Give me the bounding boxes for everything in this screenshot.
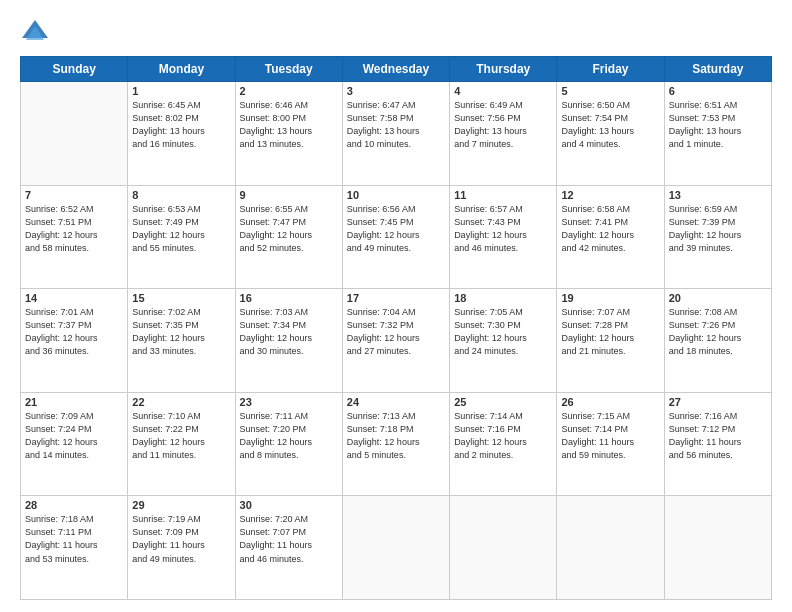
- day-number: 3: [347, 85, 445, 97]
- calendar-cell: 9Sunrise: 6:55 AM Sunset: 7:47 PM Daylig…: [235, 185, 342, 289]
- calendar-week-5: 28Sunrise: 7:18 AM Sunset: 7:11 PM Dayli…: [21, 496, 772, 600]
- day-info: Sunrise: 6:46 AM Sunset: 8:00 PM Dayligh…: [240, 99, 338, 151]
- calendar-cell: 11Sunrise: 6:57 AM Sunset: 7:43 PM Dayli…: [450, 185, 557, 289]
- calendar-cell: [450, 496, 557, 600]
- day-info: Sunrise: 7:19 AM Sunset: 7:09 PM Dayligh…: [132, 513, 230, 565]
- day-number: 24: [347, 396, 445, 408]
- day-info: Sunrise: 7:01 AM Sunset: 7:37 PM Dayligh…: [25, 306, 123, 358]
- day-number: 29: [132, 499, 230, 511]
- day-info: Sunrise: 6:58 AM Sunset: 7:41 PM Dayligh…: [561, 203, 659, 255]
- weekday-monday: Monday: [128, 57, 235, 82]
- day-info: Sunrise: 6:45 AM Sunset: 8:02 PM Dayligh…: [132, 99, 230, 151]
- calendar-cell: 10Sunrise: 6:56 AM Sunset: 7:45 PM Dayli…: [342, 185, 449, 289]
- day-info: Sunrise: 7:15 AM Sunset: 7:14 PM Dayligh…: [561, 410, 659, 462]
- day-number: 23: [240, 396, 338, 408]
- weekday-saturday: Saturday: [664, 57, 771, 82]
- day-info: Sunrise: 6:55 AM Sunset: 7:47 PM Dayligh…: [240, 203, 338, 255]
- calendar-cell: 27Sunrise: 7:16 AM Sunset: 7:12 PM Dayli…: [664, 392, 771, 496]
- day-info: Sunrise: 7:18 AM Sunset: 7:11 PM Dayligh…: [25, 513, 123, 565]
- calendar-cell: 7Sunrise: 6:52 AM Sunset: 7:51 PM Daylig…: [21, 185, 128, 289]
- day-number: 5: [561, 85, 659, 97]
- weekday-friday: Friday: [557, 57, 664, 82]
- calendar-cell: [342, 496, 449, 600]
- day-info: Sunrise: 6:49 AM Sunset: 7:56 PM Dayligh…: [454, 99, 552, 151]
- calendar-cell: 20Sunrise: 7:08 AM Sunset: 7:26 PM Dayli…: [664, 289, 771, 393]
- day-info: Sunrise: 7:04 AM Sunset: 7:32 PM Dayligh…: [347, 306, 445, 358]
- day-number: 20: [669, 292, 767, 304]
- day-number: 17: [347, 292, 445, 304]
- calendar-table: SundayMondayTuesdayWednesdayThursdayFrid…: [20, 56, 772, 600]
- day-number: 14: [25, 292, 123, 304]
- calendar-week-2: 7Sunrise: 6:52 AM Sunset: 7:51 PM Daylig…: [21, 185, 772, 289]
- calendar-cell: 4Sunrise: 6:49 AM Sunset: 7:56 PM Daylig…: [450, 82, 557, 186]
- calendar-cell: 28Sunrise: 7:18 AM Sunset: 7:11 PM Dayli…: [21, 496, 128, 600]
- day-info: Sunrise: 7:02 AM Sunset: 7:35 PM Dayligh…: [132, 306, 230, 358]
- day-number: 30: [240, 499, 338, 511]
- logo: [20, 18, 54, 46]
- day-info: Sunrise: 6:53 AM Sunset: 7:49 PM Dayligh…: [132, 203, 230, 255]
- day-info: Sunrise: 6:52 AM Sunset: 7:51 PM Dayligh…: [25, 203, 123, 255]
- calendar-cell: 14Sunrise: 7:01 AM Sunset: 7:37 PM Dayli…: [21, 289, 128, 393]
- weekday-thursday: Thursday: [450, 57, 557, 82]
- day-info: Sunrise: 7:16 AM Sunset: 7:12 PM Dayligh…: [669, 410, 767, 462]
- day-number: 1: [132, 85, 230, 97]
- calendar-cell: 16Sunrise: 7:03 AM Sunset: 7:34 PM Dayli…: [235, 289, 342, 393]
- day-number: 18: [454, 292, 552, 304]
- calendar-cell: 26Sunrise: 7:15 AM Sunset: 7:14 PM Dayli…: [557, 392, 664, 496]
- calendar-cell: 6Sunrise: 6:51 AM Sunset: 7:53 PM Daylig…: [664, 82, 771, 186]
- calendar-cell: 1Sunrise: 6:45 AM Sunset: 8:02 PM Daylig…: [128, 82, 235, 186]
- calendar-cell: 12Sunrise: 6:58 AM Sunset: 7:41 PM Dayli…: [557, 185, 664, 289]
- day-number: 16: [240, 292, 338, 304]
- day-info: Sunrise: 7:05 AM Sunset: 7:30 PM Dayligh…: [454, 306, 552, 358]
- day-number: 28: [25, 499, 123, 511]
- day-info: Sunrise: 6:47 AM Sunset: 7:58 PM Dayligh…: [347, 99, 445, 151]
- logo-icon: [20, 18, 50, 46]
- calendar-cell: [557, 496, 664, 600]
- calendar-cell: 5Sunrise: 6:50 AM Sunset: 7:54 PM Daylig…: [557, 82, 664, 186]
- day-info: Sunrise: 6:56 AM Sunset: 7:45 PM Dayligh…: [347, 203, 445, 255]
- calendar-cell: 23Sunrise: 7:11 AM Sunset: 7:20 PM Dayli…: [235, 392, 342, 496]
- calendar-cell: 3Sunrise: 6:47 AM Sunset: 7:58 PM Daylig…: [342, 82, 449, 186]
- day-info: Sunrise: 7:20 AM Sunset: 7:07 PM Dayligh…: [240, 513, 338, 565]
- day-number: 15: [132, 292, 230, 304]
- calendar-cell: [664, 496, 771, 600]
- page: SundayMondayTuesdayWednesdayThursdayFrid…: [0, 0, 792, 612]
- day-info: Sunrise: 7:08 AM Sunset: 7:26 PM Dayligh…: [669, 306, 767, 358]
- calendar-week-4: 21Sunrise: 7:09 AM Sunset: 7:24 PM Dayli…: [21, 392, 772, 496]
- day-number: 22: [132, 396, 230, 408]
- day-info: Sunrise: 7:13 AM Sunset: 7:18 PM Dayligh…: [347, 410, 445, 462]
- calendar-cell: 13Sunrise: 6:59 AM Sunset: 7:39 PM Dayli…: [664, 185, 771, 289]
- calendar-cell: 25Sunrise: 7:14 AM Sunset: 7:16 PM Dayli…: [450, 392, 557, 496]
- weekday-sunday: Sunday: [21, 57, 128, 82]
- day-number: 8: [132, 189, 230, 201]
- calendar-cell: 17Sunrise: 7:04 AM Sunset: 7:32 PM Dayli…: [342, 289, 449, 393]
- day-info: Sunrise: 6:51 AM Sunset: 7:53 PM Dayligh…: [669, 99, 767, 151]
- day-number: 27: [669, 396, 767, 408]
- day-number: 26: [561, 396, 659, 408]
- calendar-cell: 24Sunrise: 7:13 AM Sunset: 7:18 PM Dayli…: [342, 392, 449, 496]
- day-number: 6: [669, 85, 767, 97]
- day-info: Sunrise: 6:50 AM Sunset: 7:54 PM Dayligh…: [561, 99, 659, 151]
- day-info: Sunrise: 7:07 AM Sunset: 7:28 PM Dayligh…: [561, 306, 659, 358]
- day-number: 13: [669, 189, 767, 201]
- day-number: 9: [240, 189, 338, 201]
- day-info: Sunrise: 7:10 AM Sunset: 7:22 PM Dayligh…: [132, 410, 230, 462]
- day-number: 25: [454, 396, 552, 408]
- day-number: 12: [561, 189, 659, 201]
- calendar-cell: 8Sunrise: 6:53 AM Sunset: 7:49 PM Daylig…: [128, 185, 235, 289]
- calendar-cell: 19Sunrise: 7:07 AM Sunset: 7:28 PM Dayli…: [557, 289, 664, 393]
- weekday-tuesday: Tuesday: [235, 57, 342, 82]
- calendar-cell: 15Sunrise: 7:02 AM Sunset: 7:35 PM Dayli…: [128, 289, 235, 393]
- day-info: Sunrise: 7:14 AM Sunset: 7:16 PM Dayligh…: [454, 410, 552, 462]
- day-number: 21: [25, 396, 123, 408]
- calendar-week-3: 14Sunrise: 7:01 AM Sunset: 7:37 PM Dayli…: [21, 289, 772, 393]
- calendar-cell: 2Sunrise: 6:46 AM Sunset: 8:00 PM Daylig…: [235, 82, 342, 186]
- day-number: 11: [454, 189, 552, 201]
- day-number: 10: [347, 189, 445, 201]
- weekday-wednesday: Wednesday: [342, 57, 449, 82]
- header: [20, 18, 772, 46]
- day-number: 7: [25, 189, 123, 201]
- day-info: Sunrise: 7:09 AM Sunset: 7:24 PM Dayligh…: [25, 410, 123, 462]
- weekday-header-row: SundayMondayTuesdayWednesdayThursdayFrid…: [21, 57, 772, 82]
- day-number: 4: [454, 85, 552, 97]
